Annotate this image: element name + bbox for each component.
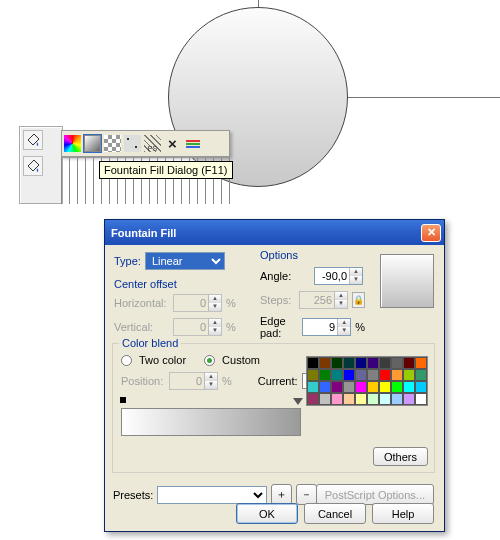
texture-fill-icon[interactable]: [123, 134, 142, 153]
gradient-end-marker[interactable]: [293, 398, 303, 405]
options-label: Options: [260, 249, 365, 261]
dialog-title: Fountain Fill: [111, 227, 176, 239]
type-select[interactable]: Linear: [145, 252, 225, 270]
gradient-edit-bar[interactable]: [121, 408, 301, 436]
no-fill-icon[interactable]: ×: [163, 134, 182, 153]
palette-swatch[interactable]: [379, 393, 391, 405]
palette-swatch[interactable]: [331, 369, 343, 381]
fountain-fill-dialog: Fountain Fill ✕ Type: Linear Center offs…: [104, 219, 445, 532]
horizontal-suffix: %: [226, 297, 236, 309]
vertical-spinner: ▲▼: [173, 318, 222, 336]
help-button[interactable]: Help: [372, 503, 434, 524]
bucket-icon: [26, 133, 40, 147]
guide-horizontal: [348, 97, 500, 98]
cancel-button[interactable]: Cancel: [304, 503, 366, 524]
palette-swatch[interactable]: [307, 357, 319, 369]
postscript-options-button: PostScript Options...: [316, 484, 434, 505]
palette-swatch[interactable]: [319, 357, 331, 369]
edgepad-percent: %: [355, 321, 365, 333]
angle-label: Angle:: [260, 270, 310, 282]
uniform-fill-icon[interactable]: [63, 134, 82, 153]
palette-swatch[interactable]: [391, 381, 403, 393]
palette-swatch[interactable]: [319, 381, 331, 393]
close-icon: ✕: [427, 226, 436, 239]
palette-swatch[interactable]: [367, 357, 379, 369]
palette-swatch[interactable]: [367, 369, 379, 381]
plus-icon: ＋: [276, 487, 287, 502]
palette-swatch[interactable]: [379, 357, 391, 369]
fountain-fill-icon[interactable]: [83, 134, 102, 153]
palette-swatch[interactable]: [391, 357, 403, 369]
colorblend-label: Color blend: [119, 337, 181, 349]
pattern-fill-icon[interactable]: [103, 134, 122, 153]
palette-swatch[interactable]: [367, 393, 379, 405]
center-offset-label: Center offset: [114, 278, 236, 290]
fill-tool-button[interactable]: [23, 130, 43, 150]
palette-swatch[interactable]: [355, 393, 367, 405]
gradient-preview: [380, 254, 434, 308]
angle-spinner[interactable]: ▲▼: [314, 267, 363, 285]
vertical-label: Vertical:: [114, 321, 169, 333]
palette-swatch[interactable]: [307, 369, 319, 381]
presets-select[interactable]: [157, 486, 267, 504]
minus-icon: －: [301, 487, 312, 502]
preset-add-button[interactable]: ＋: [271, 484, 292, 505]
steps-lock-icon[interactable]: 🔒: [352, 292, 365, 308]
palette-swatch[interactable]: [319, 369, 331, 381]
palette-swatch[interactable]: [307, 381, 319, 393]
color-palette[interactable]: [306, 356, 428, 406]
palette-swatch[interactable]: [403, 393, 415, 405]
palette-swatch[interactable]: [355, 357, 367, 369]
palette-swatch[interactable]: [343, 357, 355, 369]
others-button[interactable]: Others: [373, 447, 428, 466]
position-label: Position:: [121, 375, 165, 387]
horizontal-spinner: ▲▼: [173, 294, 222, 312]
palette-swatch[interactable]: [403, 369, 415, 381]
presets-label: Presets:: [113, 489, 153, 501]
fill-tool-button-2[interactable]: [23, 156, 43, 176]
type-label: Type:: [114, 255, 141, 267]
tooltip: Fountain Fill Dialog (F11): [99, 161, 233, 179]
palette-swatch[interactable]: [355, 369, 367, 381]
horizontal-label: Horizontal:: [114, 297, 169, 309]
twocolor-radio[interactable]: Two color: [121, 354, 186, 366]
palette-swatch[interactable]: [415, 369, 427, 381]
palette-swatch[interactable]: [367, 381, 379, 393]
steps-spinner: ▲▼: [299, 291, 348, 309]
titlebar[interactable]: Fountain Fill ✕: [105, 220, 444, 245]
palette-swatch[interactable]: [391, 369, 403, 381]
steps-label: Steps:: [260, 294, 295, 306]
palette-swatch[interactable]: [415, 357, 427, 369]
palette-swatch[interactable]: [343, 369, 355, 381]
close-button[interactable]: ✕: [421, 224, 441, 242]
palette-swatch[interactable]: [343, 393, 355, 405]
palette-swatch[interactable]: [415, 393, 427, 405]
preset-remove-button[interactable]: －: [296, 484, 317, 505]
gradient-start-marker[interactable]: [120, 397, 126, 403]
palette-swatch[interactable]: [319, 393, 331, 405]
palette-swatch[interactable]: [403, 381, 415, 393]
vertical-suffix: %: [226, 321, 236, 333]
edgepad-spinner[interactable]: ▲▼: [302, 318, 351, 336]
palette-swatch[interactable]: [331, 357, 343, 369]
palette-swatch[interactable]: [331, 381, 343, 393]
palette-swatch[interactable]: [343, 381, 355, 393]
position-spinner: ▲▼: [169, 372, 218, 390]
palette-swatch[interactable]: [331, 393, 343, 405]
ok-button[interactable]: OK: [236, 503, 298, 524]
postscript-fill-icon[interactable]: PS: [143, 134, 162, 153]
current-label: Current:: [258, 375, 298, 387]
tool-dock: [19, 126, 63, 204]
edgepad-label: Edge pad:: [260, 315, 298, 339]
palette-swatch[interactable]: [391, 393, 403, 405]
color-docker-icon[interactable]: [183, 134, 202, 153]
palette-swatch[interactable]: [379, 381, 391, 393]
palette-swatch[interactable]: [355, 381, 367, 393]
fill-flyout-toolbar: PS ×: [61, 130, 230, 157]
custom-radio[interactable]: Custom: [204, 354, 260, 366]
palette-swatch[interactable]: [415, 381, 427, 393]
palette-swatch[interactable]: [403, 357, 415, 369]
guide-vertical: [258, 0, 259, 7]
palette-swatch[interactable]: [379, 369, 391, 381]
palette-swatch[interactable]: [307, 393, 319, 405]
